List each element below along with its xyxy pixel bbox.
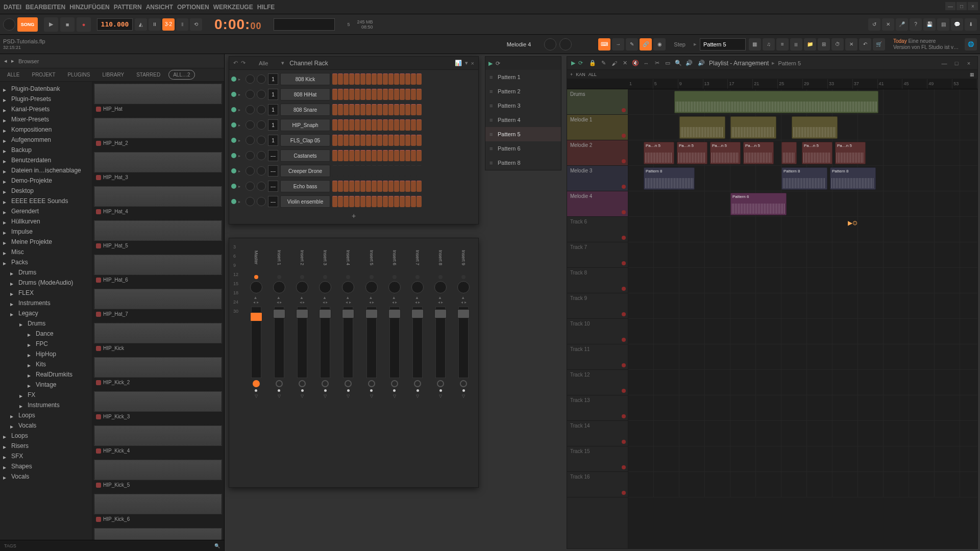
step-button[interactable] [388,89,394,100]
step-button[interactable] [344,119,349,131]
playlist-lane[interactable] [628,446,977,472]
mixer-send-toggle[interactable] [299,380,306,387]
playlist-clip[interactable]: Pa…n 5 [644,142,674,164]
pp-play-icon[interactable]: ▶ [488,60,493,67]
playlist-lane[interactable]: Pa…n 5Pa…n 5Pa…n 5Pa…n 5Pa…n 5Pa…n 5 [628,140,977,166]
channel-arrow-icon[interactable]: ▸ [238,108,243,112]
playlist-lane[interactable]: Pattern 8Pattern 8Pattern 8 [628,166,977,191]
channel-target[interactable]: 1 [268,135,278,146]
close-button[interactable]: × [968,2,978,10]
sample-row[interactable]: HIP_Kick_6 [94,494,222,523]
mixer-fader[interactable] [343,307,353,378]
step-button[interactable] [349,150,354,161]
step-button[interactable] [394,135,399,146]
pl-sync-icon[interactable]: ⟳ [578,60,583,66]
channel-pan-knob[interactable] [246,74,255,84]
mixer-fx-icon[interactable]: ▽ [393,394,396,398]
timeline-bar[interactable]: 29 [803,79,828,89]
mixer-track[interactable]: Insert 6▲◂ ▸▽ [384,242,405,483]
step-button[interactable] [344,196,349,207]
channel-target[interactable]: --- [268,196,278,207]
tree-item[interactable]: ▸Instruments [0,400,92,410]
pl-playback-icon[interactable]: 🔊 [684,59,694,68]
step-button[interactable] [332,135,337,146]
pattern-item[interactable]: ≡Pattern 6 [485,141,561,156]
mixer-enable-dot[interactable] [347,389,350,392]
step-button[interactable] [377,89,382,100]
pl-close-icon[interactable]: × [964,59,973,68]
typing-keyboard-icon[interactable]: ⌨ [598,38,610,51]
step-button[interactable] [338,181,343,192]
step-button[interactable] [383,165,388,177]
channel-name[interactable]: 808 Kick [280,73,330,85]
browser-tab[interactable]: PLUGINS [64,70,94,79]
menu-optionen[interactable]: OPTIONEN [176,2,211,13]
pattern-item[interactable]: ≡Pattern 1 [485,70,561,84]
tree-item[interactable]: ▸RealDrumkits [0,369,92,380]
playlist-track-header[interactable]: Track 11 [567,344,628,370]
step-button[interactable] [332,165,337,177]
step-button[interactable] [400,181,405,192]
mixer-stereo-sep[interactable]: ▲◂ ▸ [415,295,420,305]
timeline-bar[interactable]: 5 [653,79,678,89]
channel-target[interactable]: --- [268,150,278,161]
step-button[interactable] [366,104,371,115]
timeline-bar[interactable]: 45 [902,79,927,89]
mixer-fader[interactable] [251,307,261,378]
mixer-track[interactable]: Insert 4▲◂ ▸▽ [338,242,359,483]
tree-item[interactable]: ▸FX [0,390,92,400]
tree-item[interactable]: ▸Kits [0,359,92,369]
main-volume-knob[interactable] [3,18,15,31]
playlist-track-header[interactable]: Track 8 [567,268,628,293]
step-button[interactable] [383,181,388,192]
tree-item[interactable]: ▸Vocals [0,420,92,431]
step-button[interactable] [349,165,354,177]
step-button[interactable] [355,73,360,85]
sample-row[interactable]: HIP_Hat_2 [94,118,222,147]
playlist-track-header[interactable]: Track 9 [567,293,628,319]
song-pat-toggle[interactable]: SONG [17,17,38,32]
step-button[interactable] [394,165,399,177]
step-button[interactable] [388,104,394,115]
tree-item[interactable]: ▸Demo-Projekte [0,176,92,186]
playlist-lane[interactable] [628,89,977,115]
render-icon[interactable]: ▤ [937,18,949,31]
back-icon[interactable]: ◂ [4,58,7,64]
channel-mute[interactable] [231,92,236,97]
timeline-bar[interactable]: 13 [703,79,728,89]
step-button[interactable] [416,104,422,115]
step-button[interactable] [394,104,399,115]
pl-min-icon[interactable]: — [940,59,949,68]
step-button[interactable] [349,181,354,192]
mixer-enable-dot[interactable] [439,389,442,392]
step-button[interactable] [355,135,360,146]
time-display[interactable]: 0:00:00 [214,16,261,33]
cr-close-icon[interactable]: × [471,60,474,66]
channel-pan-knob[interactable] [246,120,255,130]
channel-name[interactable]: Castanets [280,149,330,162]
step-button[interactable] [355,181,360,192]
tree-item[interactable]: ▸Shapes [0,461,92,471]
pl-audio-icon[interactable]: 🔊 [697,59,706,68]
step-button[interactable] [360,119,365,131]
pl-zoom-icon[interactable]: 🔍 [674,59,683,68]
timeline-bar[interactable]: 49 [927,79,952,89]
step-button[interactable] [411,181,416,192]
sample-row[interactable]: HIP_Hat_5 [94,220,222,249]
channel-mute[interactable] [231,184,236,189]
tempo-display[interactable]: 110.000 [97,18,133,31]
search-icon[interactable]: 🔍 [214,543,220,548]
swing-knob[interactable] [559,38,572,51]
channel-arrow-icon[interactable]: ▸ [238,138,243,143]
playlist-clip[interactable] [792,116,838,139]
channel-pan-knob[interactable] [246,136,255,145]
timeline-bar[interactable]: 21 [753,79,778,89]
pattern-selector[interactable]: Pattern 5 [700,38,746,51]
tree-item[interactable]: ▸Misc [0,247,92,257]
channel-arrow-icon[interactable]: ▸ [238,169,243,173]
mixer-fx-icon[interactable]: ▽ [278,394,281,398]
track-arm-icon[interactable] [622,414,626,418]
playlist-lane[interactable] [628,421,977,446]
step-button[interactable] [405,104,410,115]
step-button[interactable] [400,150,405,161]
